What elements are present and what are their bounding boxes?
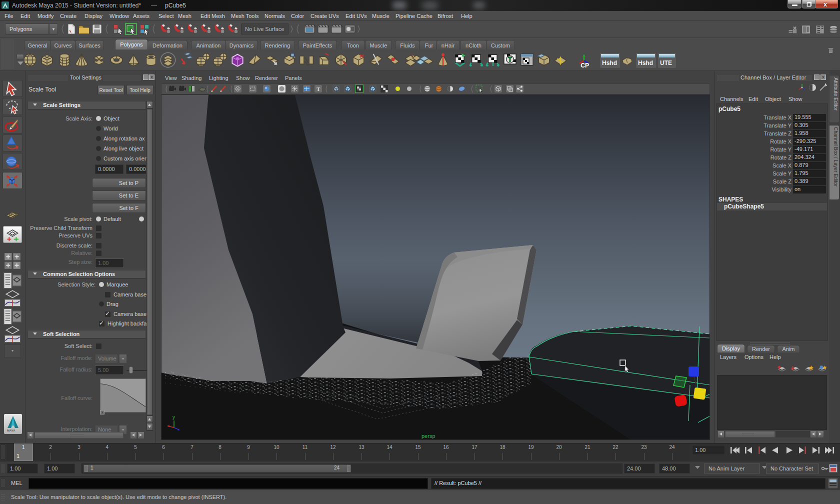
svg-text:y: y bbox=[172, 414, 175, 420]
svg-text:T: T bbox=[316, 86, 320, 92]
svg-text:persp: persp bbox=[422, 433, 436, 439]
svg-text:CP: CP bbox=[580, 62, 589, 68]
